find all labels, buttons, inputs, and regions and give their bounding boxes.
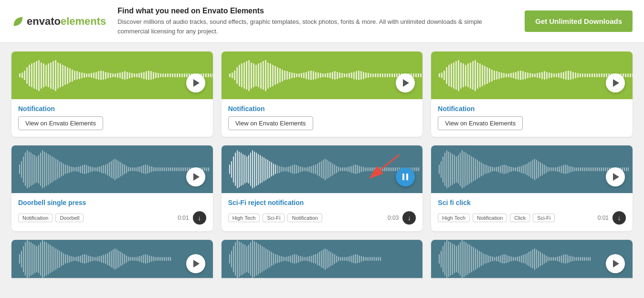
waveform-bars-2 bbox=[229, 61, 423, 90]
tag-scifi-mid-3[interactable]: Sci-Fi bbox=[533, 214, 555, 222]
download-icon-mid-1: ↓ bbox=[198, 215, 201, 221]
tag-notification-mid-1[interactable]: Notification bbox=[18, 214, 53, 222]
duration-area-mid-1: 0:01 ↓ bbox=[178, 211, 206, 225]
logo: envatoelements bbox=[11, 15, 106, 28]
card-title-mid-2[interactable]: Sci-Fi reject notification bbox=[228, 199, 416, 206]
card-footer-mid-2: High Tech Sci-Fi Notification 0:03 ↓ bbox=[228, 211, 416, 225]
play-button-bot-3[interactable] bbox=[606, 254, 625, 273]
play-icon-mid-1 bbox=[193, 173, 200, 181]
header-title: Find what you need on Envato Elements bbox=[117, 7, 513, 15]
tag-hightech-mid-2[interactable]: High Tech bbox=[228, 214, 260, 222]
card-title-mid-1[interactable]: Doorbell single press bbox=[18, 199, 206, 206]
card-body-top-3: Notification View on Envato Elements bbox=[431, 99, 633, 137]
card-body-mid-2: Sci-Fi reject notification High Tech Sci… bbox=[222, 193, 423, 231]
top-card-3: Notification View on Envato Elements bbox=[431, 51, 633, 137]
waveform-bars-1 bbox=[19, 61, 213, 90]
view-on-envato-button-top-2[interactable]: View on Envato Elements bbox=[228, 116, 313, 130]
waveform-bars-mid-2 bbox=[229, 155, 419, 184]
waveform-teal-mid-3 bbox=[431, 145, 633, 193]
play-button-mid-1[interactable] bbox=[186, 167, 205, 186]
tags-mid-2: High Tech Sci-Fi Notification bbox=[228, 214, 322, 222]
top-card-1: Notification View on Envato Elements bbox=[11, 51, 213, 137]
header: envatoelements Find what you need on Env… bbox=[0, 0, 644, 43]
small-waveform-bars-3 bbox=[439, 247, 625, 271]
play-icon-top-1 bbox=[193, 79, 200, 87]
play-icon-mid-3 bbox=[613, 173, 619, 181]
tag-notification-mid-2[interactable]: Notification bbox=[287, 214, 322, 222]
waveform-green-2 bbox=[222, 51, 423, 99]
tags-mid-3: High Tech Notification Click Sci-Fi bbox=[438, 214, 555, 222]
waveform-green-1 bbox=[11, 51, 213, 99]
bottom-card-3 bbox=[431, 240, 633, 278]
tag-doorbell-mid-1[interactable]: Doorbell bbox=[55, 214, 84, 222]
waveform-bars-mid-1 bbox=[19, 155, 209, 184]
view-on-envato-button-top-3[interactable]: View on Envato Elements bbox=[438, 116, 523, 130]
mid-card-3: Sci fi click High Tech Notification Clic… bbox=[431, 145, 633, 231]
duration-mid-1: 0:01 bbox=[178, 215, 189, 221]
pause-button-mid-2[interactable] bbox=[396, 167, 415, 186]
partial-waveform-1 bbox=[11, 240, 213, 278]
waveform-green-3 bbox=[431, 51, 633, 99]
download-icon-mid-3: ↓ bbox=[617, 215, 621, 221]
duration-mid-2: 0:03 bbox=[388, 215, 399, 221]
small-waveform-bars-1 bbox=[19, 247, 205, 271]
waveform-teal-mid-2 bbox=[222, 145, 423, 193]
tags-mid-1: Notification Doorbell bbox=[18, 214, 84, 222]
card-footer-mid-3: High Tech Notification Click Sci-Fi 0:01… bbox=[438, 211, 626, 225]
card-body-top-1: Notification View on Envato Elements bbox=[11, 99, 213, 137]
card-title-top-3[interactable]: Notification bbox=[438, 105, 626, 113]
duration-area-mid-3: 0:01 ↓ bbox=[598, 211, 626, 225]
bottom-card-grid bbox=[11, 240, 633, 278]
pause-bar-right-mid-2 bbox=[406, 174, 408, 180]
waveform-bars-mid-3 bbox=[439, 155, 629, 184]
card-body-top-2: Notification View on Envato Elements bbox=[222, 99, 423, 137]
logo-elements-text: elements bbox=[61, 15, 106, 28]
duration-area-mid-2: 0:03 ↓ bbox=[388, 211, 416, 225]
play-button-mid-3[interactable] bbox=[606, 167, 625, 186]
header-description: Find what you need on Envato Elements Di… bbox=[117, 7, 513, 36]
tag-hightech-mid-3[interactable]: High Tech bbox=[438, 214, 470, 222]
play-button-top-2[interactable] bbox=[396, 73, 415, 92]
mid-card-grid: Doorbell single press Notification Doorb… bbox=[11, 145, 633, 231]
download-button-mid-1[interactable]: ↓ bbox=[193, 211, 206, 225]
get-unlimited-downloads-button[interactable]: Get Unlimited Downloads bbox=[525, 10, 633, 32]
download-button-mid-3[interactable]: ↓ bbox=[612, 211, 626, 225]
download-button-mid-2[interactable]: ↓ bbox=[402, 211, 416, 225]
header-body: Discover millions of audio tracks, sound… bbox=[117, 17, 513, 36]
partial-waveform-3 bbox=[431, 240, 633, 278]
mid-card-1: Doorbell single press Notification Doorb… bbox=[11, 145, 213, 231]
logo-envato-text: envato bbox=[27, 15, 61, 28]
tag-scifi-mid-2[interactable]: Sci-Fi bbox=[263, 214, 285, 222]
tag-notification-mid-3[interactable]: Notification bbox=[473, 214, 507, 222]
mid-card-2: Sci-Fi reject notification High Tech Sci… bbox=[222, 145, 423, 231]
pause-bar-left-mid-2 bbox=[402, 174, 404, 180]
card-title-mid-3[interactable]: Sci fi click bbox=[438, 199, 626, 206]
card-title-top-1[interactable]: Notification bbox=[18, 105, 206, 113]
play-button-bot-1[interactable] bbox=[186, 254, 205, 273]
top-card-2: Notification View on Envato Elements bbox=[222, 51, 423, 137]
card-footer-mid-1: Notification Doorbell 0:01 ↓ bbox=[18, 211, 206, 225]
partial-waveform-2 bbox=[222, 240, 423, 278]
waveform-bars-3 bbox=[439, 61, 633, 90]
top-card-grid: Notification View on Envato Elements Not… bbox=[11, 51, 633, 137]
leaf-icon bbox=[11, 15, 25, 28]
main-content: Notification View on Envato Elements Not… bbox=[0, 43, 644, 287]
duration-mid-3: 0:01 bbox=[598, 215, 609, 221]
card-body-mid-1: Doorbell single press Notification Doorb… bbox=[11, 193, 213, 231]
download-icon-mid-2: ↓ bbox=[408, 215, 411, 221]
play-icon-top-3 bbox=[613, 79, 619, 87]
waveform-teal-mid-1 bbox=[11, 145, 213, 193]
play-icon-bot-1 bbox=[193, 260, 200, 267]
bottom-card-1 bbox=[11, 240, 213, 278]
bottom-card-2 bbox=[222, 240, 423, 278]
small-waveform-bars-2 bbox=[229, 247, 415, 271]
play-button-top-1[interactable] bbox=[186, 73, 205, 92]
play-icon-top-2 bbox=[403, 79, 409, 87]
card-title-top-2[interactable]: Notification bbox=[228, 105, 416, 113]
tag-click-mid-3[interactable]: Click bbox=[510, 214, 530, 222]
play-button-top-3[interactable] bbox=[606, 73, 625, 92]
card-body-mid-3: Sci fi click High Tech Notification Clic… bbox=[431, 193, 633, 231]
play-icon-bot-3 bbox=[613, 260, 619, 267]
view-on-envato-button-top-1[interactable]: View on Envato Elements bbox=[18, 116, 103, 130]
